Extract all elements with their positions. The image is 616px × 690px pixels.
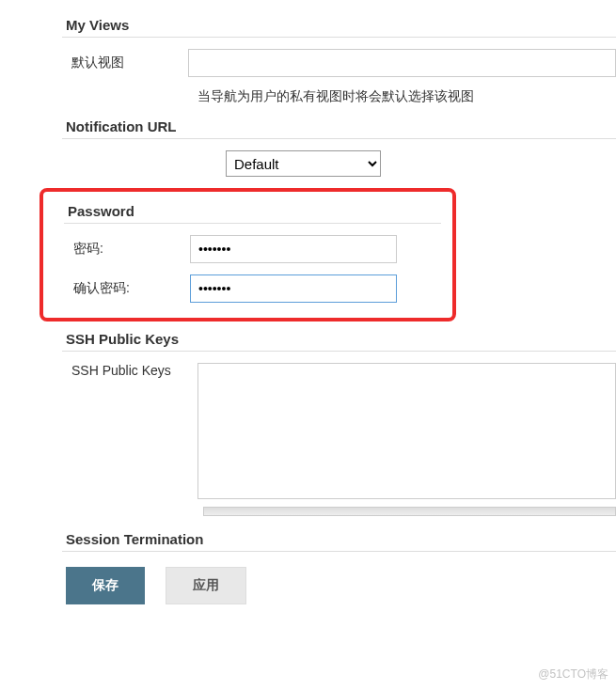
confirm-password-label: 确认密码: [68,280,190,297]
button-row: 保存 应用 [66,567,616,604]
save-button[interactable]: 保存 [66,567,145,604]
textarea-scrollbar[interactable] [203,507,616,516]
my-views-header: My Views [66,17,616,33]
ssh-keys-row: SSH Public Keys [66,363,616,499]
divider [62,551,616,552]
session-termination-header: Session Termination [66,531,616,547]
divider [62,138,616,139]
notification-url-header: Notification URL [66,118,616,134]
ssh-keys-header: SSH Public Keys [66,331,616,347]
apply-button[interactable]: 应用 [166,567,246,604]
notification-url-row: Default [226,150,616,177]
ssh-keys-textarea[interactable] [197,363,616,499]
notification-url-select[interactable]: Default [226,150,381,177]
password-label: 密码: [68,241,190,258]
password-header: Password [55,203,441,219]
ssh-keys-label: SSH Public Keys [66,363,197,378]
password-input[interactable] [190,235,397,263]
divider [62,351,616,352]
password-row: 密码: [55,235,441,263]
confirm-password-input[interactable] [190,274,397,303]
divider [62,37,616,38]
divider [64,223,441,224]
password-section-highlight: Password 密码: 确认密码: [39,188,456,321]
default-view-row: 默认视图 [66,49,616,77]
confirm-password-row: 确认密码: [55,274,441,303]
default-view-label: 默认视图 [66,55,188,71]
default-view-help: 当导航为用户的私有视图时将会默认选择该视图 [197,88,616,105]
default-view-input[interactable] [188,49,616,77]
